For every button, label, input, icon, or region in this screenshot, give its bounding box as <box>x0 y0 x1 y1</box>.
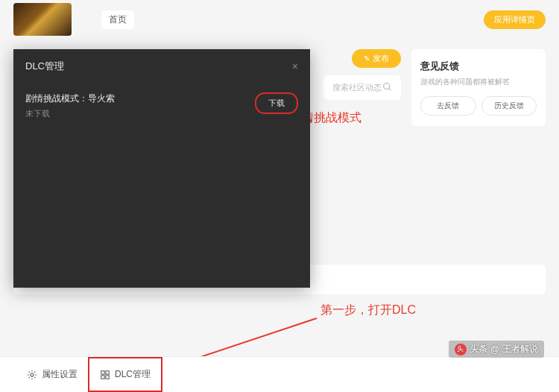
feedback-panel: 意见反馈 游戏的各种问题都将被解答 去反馈 历史反馈 <box>411 49 546 126</box>
svg-rect-8 <box>106 370 109 373</box>
top-bar: 首页 应用详情页 <box>0 0 559 39</box>
tab-dlc-manager[interactable]: DLC管理 <box>88 357 162 392</box>
dlc-name: 剧情挑战模式：导火索 <box>25 92 255 105</box>
tab-properties-label: 属性设置 <box>42 368 78 381</box>
history-feedback-button[interactable]: 历史反馈 <box>481 96 537 116</box>
svg-rect-9 <box>101 375 104 378</box>
svg-line-1 <box>389 89 391 90</box>
feedback-subtitle: 游戏的各种问题都将被解答 <box>420 77 537 87</box>
app-detail-button[interactable]: 应用详情页 <box>484 10 546 29</box>
watermark-name: 王者解说 <box>502 343 538 355</box>
annotation-text-2: 第一步，打开DLC <box>320 303 416 318</box>
publish-button[interactable]: 发布 <box>352 49 401 68</box>
tab-properties[interactable]: 属性设置 <box>16 357 88 392</box>
watermark: 头 头条 @ 王者解说 <box>449 341 544 358</box>
svg-point-6 <box>31 373 34 376</box>
close-icon[interactable]: × <box>292 60 298 72</box>
bottom-tabs: 属性设置 DLC管理 <box>0 356 559 392</box>
puzzle-icon <box>100 370 110 380</box>
svg-point-0 <box>384 83 390 89</box>
watermark-at: @ <box>490 344 499 355</box>
toutiao-icon: 头 <box>455 344 467 355</box>
search-input[interactable]: 搜索社区动态 <box>323 75 401 100</box>
modal-header: DLC管理 × <box>13 49 310 80</box>
search-placeholder: 搜索社区动态 <box>332 82 382 93</box>
search-icon <box>382 82 392 93</box>
svg-rect-10 <box>106 375 109 378</box>
dlc-item-row: 剧情挑战模式：导火索 未下载 下载 <box>13 80 310 131</box>
tab-dlc-label: DLC管理 <box>115 368 151 381</box>
watermark-prefix: 头条 <box>470 343 487 355</box>
home-tab[interactable]: 首页 <box>101 10 134 29</box>
feedback-title: 意见反馈 <box>420 60 537 73</box>
game-thumbnail[interactable] <box>13 3 72 36</box>
svg-rect-7 <box>101 370 104 373</box>
dlc-manager-modal: DLC管理 × 剧情挑战模式：导火索 未下载 下载 <box>13 49 310 288</box>
main-area: DLC管理 × 剧情挑战模式：导火索 未下载 下载 发布 搜索社区动态 意见反馈… <box>0 39 559 126</box>
modal-title: DLC管理 <box>25 60 64 73</box>
gear-icon <box>27 370 37 380</box>
dlc-status: 未下载 <box>25 108 255 119</box>
go-feedback-button[interactable]: 去反馈 <box>420 96 476 116</box>
download-button[interactable]: 下载 <box>255 92 298 114</box>
